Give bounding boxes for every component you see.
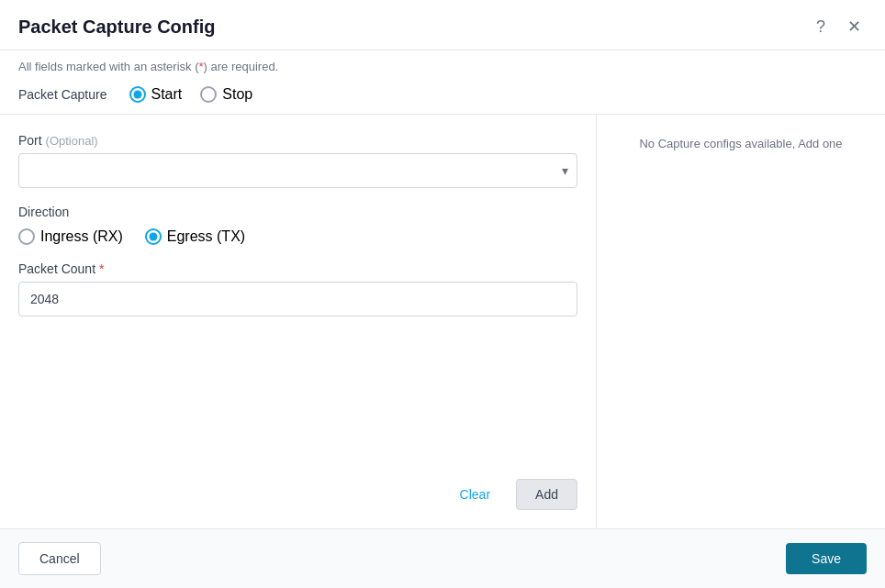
ingress-label: Ingress (RX)	[40, 228, 123, 245]
stop-radio-option[interactable]: Stop	[200, 86, 252, 103]
dialog-footer: Cancel Save	[0, 528, 885, 588]
clear-button[interactable]: Clear	[445, 479, 505, 510]
stop-radio[interactable]	[200, 86, 217, 103]
packet-capture-dialog: Packet Capture Config ? ✕ All fields mar…	[0, 0, 885, 588]
dialog-title: Packet Capture Config	[18, 17, 215, 38]
packet-count-field-group: Packet Count *	[18, 261, 577, 316]
egress-radio[interactable]	[145, 228, 162, 245]
start-radio-option[interactable]: Start	[129, 86, 183, 103]
port-label: Port (Optional)	[18, 133, 577, 148]
dialog-header-icons: ? ✕	[811, 15, 867, 39]
packet-count-label: Packet Count *	[18, 261, 577, 276]
ingress-radio[interactable]	[18, 228, 35, 245]
port-select-wrapper: ▾	[18, 153, 577, 188]
direction-label: Direction	[18, 205, 577, 219]
direction-field-group: Direction Ingress (RX) Egress (TX)	[18, 205, 577, 245]
packet-capture-label: Packet Capture	[18, 87, 107, 102]
port-select[interactable]	[18, 153, 577, 188]
dialog-header: Packet Capture Config ? ✕	[0, 0, 885, 50]
required-note: All fields marked with an asterisk (*) a…	[0, 50, 885, 81]
info-section: No Capture configs available, Add one	[597, 115, 885, 528]
close-button[interactable]: ✕	[842, 15, 867, 39]
dialog-body: Port (Optional) ▾ Direction Ingress (RX)	[0, 115, 885, 528]
packet-count-input[interactable]	[18, 282, 577, 316]
start-label: Start	[151, 86, 183, 103]
form-section: Port (Optional) ▾ Direction Ingress (RX)	[0, 115, 597, 528]
direction-options: Ingress (RX) Egress (TX)	[18, 228, 577, 245]
start-radio[interactable]	[129, 86, 146, 103]
form-actions: Clear Add	[18, 472, 577, 510]
packet-count-required-asterisk: *	[99, 261, 104, 276]
egress-label: Egress (TX)	[167, 228, 245, 245]
port-field-group: Port (Optional) ▾	[18, 133, 577, 188]
help-button[interactable]: ?	[811, 16, 831, 39]
cancel-button[interactable]: Cancel	[18, 542, 101, 575]
egress-radio-option[interactable]: Egress (TX)	[145, 228, 245, 245]
save-button[interactable]: Save	[786, 543, 867, 574]
ingress-radio-option[interactable]: Ingress (RX)	[18, 228, 123, 245]
port-optional: (Optional)	[46, 134, 98, 148]
no-configs-text: No Capture configs available, Add one	[639, 137, 842, 150]
add-button[interactable]: Add	[516, 479, 577, 510]
packet-capture-row: Packet Capture Start Stop	[0, 81, 885, 115]
stop-label: Stop	[222, 86, 252, 103]
